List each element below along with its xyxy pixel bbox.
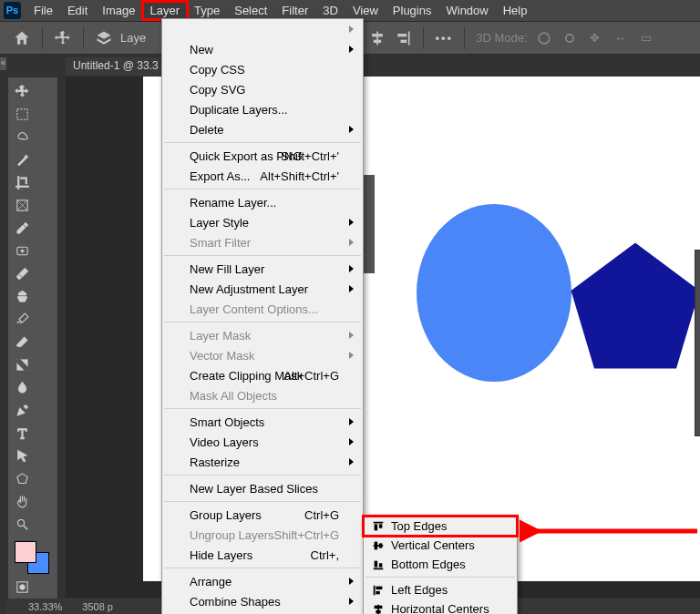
- menuitem-new-fill-layer[interactable]: New Fill Layer: [162, 259, 363, 279]
- menu-image[interactable]: Image: [95, 2, 142, 19]
- menuitem-new-adjustment-layer[interactable]: New Adjustment Layer: [162, 279, 363, 299]
- svg-rect-22: [375, 524, 378, 530]
- menu-help[interactable]: Help: [496, 2, 535, 19]
- svg-rect-23: [379, 524, 383, 527]
- menu-view[interactable]: View: [345, 2, 386, 19]
- zoom-level[interactable]: 33.33%: [28, 601, 62, 612]
- 3d-mode-label: 3D Mode:: [476, 31, 527, 45]
- menuitem-hide-layers[interactable]: Hide LayersCtrl+,: [162, 545, 363, 565]
- healing-brush-tool[interactable]: [11, 240, 34, 262]
- menu-edit[interactable]: Edit: [60, 2, 95, 19]
- align-top-edges[interactable]: Top Edges: [364, 517, 517, 536]
- menu-3d[interactable]: 3D: [315, 2, 345, 19]
- menuitem-blank: [162, 19, 363, 39]
- layers-dropdown-label[interactable]: Laye: [120, 31, 146, 45]
- align-right-icon[interactable]: [394, 29, 412, 47]
- menuitem-duplicate-layers-[interactable]: Duplicate Layers...: [162, 99, 363, 119]
- svg-point-18: [20, 585, 26, 590]
- svg-point-10: [565, 34, 572, 41]
- marquee-tool[interactable]: [11, 103, 34, 126]
- foreground-color-swatch[interactable]: [15, 541, 36, 563]
- menuitem-layer-style[interactable]: Layer Style: [162, 212, 363, 232]
- svg-rect-3: [376, 31, 378, 45]
- type-tool[interactable]: [11, 422, 34, 445]
- menuitem-layer-mask: Layer Mask: [162, 325, 363, 345]
- 3d-pan-icon: ✥: [586, 29, 604, 47]
- clone-stamp-tool[interactable]: [11, 285, 34, 308]
- menu-file[interactable]: File: [26, 2, 60, 19]
- svg-marker-15: [17, 474, 27, 484]
- svg-rect-30: [374, 585, 376, 595]
- path-selection-tool[interactable]: [11, 445, 34, 467]
- frame-tool[interactable]: [11, 194, 34, 217]
- magic-wand-tool[interactable]: [11, 148, 34, 171]
- quickmask-toggle[interactable]: [11, 576, 34, 599]
- menuitem-delete[interactable]: Delete: [162, 119, 363, 139]
- 3d-zoom-icon: ▭: [637, 29, 655, 47]
- document-tab[interactable]: Untitled-1 @ 33.3: [66, 57, 166, 76]
- menuitem-smart-filter: Smart Filter: [162, 232, 363, 252]
- history-brush-tool[interactable]: [11, 308, 34, 331]
- layer-menu-dropdown: NewCopy CSSCopy SVGDuplicate Layers...De…: [161, 18, 364, 614]
- svg-rect-25: [375, 541, 378, 549]
- menuitem-layer-content-options-: Layer Content Options...: [162, 299, 363, 319]
- svg-rect-32: [376, 590, 379, 594]
- shape-tool[interactable]: [11, 467, 34, 490]
- menuitem-smart-objects[interactable]: Smart Objects: [162, 412, 363, 432]
- menuitem-quick-export-as-png[interactable]: Quick Export as PNGShift+Ctrl+': [162, 146, 363, 166]
- svg-rect-7: [397, 34, 407, 36]
- 3d-slide-icon: ↔: [612, 29, 630, 47]
- align-bottom-edges[interactable]: Bottom Edges: [364, 555, 517, 574]
- pen-tool[interactable]: [11, 399, 34, 422]
- gradient-tool[interactable]: [11, 353, 34, 376]
- menu-window[interactable]: Window: [438, 2, 495, 19]
- ellipse-shape[interactable]: [417, 204, 571, 382]
- hand-tool[interactable]: [11, 490, 34, 513]
- layers-panel-icon[interactable]: [95, 29, 113, 47]
- scrollbar[interactable]: [695, 250, 700, 436]
- dodge-tool[interactable]: [11, 513, 34, 536]
- align-horizontal-centers[interactable]: Horizontal Centers: [364, 599, 517, 614]
- home-icon[interactable]: [13, 29, 31, 47]
- menu-plugins[interactable]: Plugins: [386, 2, 439, 19]
- menu-type[interactable]: Type: [187, 2, 227, 19]
- menuitem-mask-all-objects: Mask All Objects: [162, 385, 363, 405]
- menuitem-export-as-[interactable]: Export As...Alt+Shift+Ctrl+': [162, 166, 363, 186]
- menuitem-create-clipping-mask[interactable]: Create Clipping MaskAlt+Ctrl+G: [162, 365, 363, 385]
- document-tab-bar: Untitled-1 @ 33.3: [66, 57, 166, 76]
- menu-select[interactable]: Select: [227, 2, 274, 19]
- align-vertical-centers[interactable]: Vertical Centers: [364, 536, 517, 555]
- color-swatches[interactable]: [11, 539, 55, 576]
- menuitem-video-layers[interactable]: Video Layers: [162, 432, 363, 452]
- crop-tool[interactable]: [11, 171, 34, 194]
- menuitem-group-layers[interactable]: Group LayersCtrl+G: [162, 505, 363, 525]
- lasso-tool[interactable]: [11, 126, 34, 148]
- panel-collapse-strip[interactable]: «: [0, 57, 6, 70]
- move-tool-icon[interactable]: [54, 29, 72, 47]
- menuitem-arrange[interactable]: Arrange: [162, 571, 363, 591]
- brush-tool[interactable]: [11, 262, 34, 285]
- align-left-edges[interactable]: Left Edges: [364, 580, 517, 599]
- menuitem-new-layer-based-slices[interactable]: New Layer Based Slices: [162, 478, 363, 498]
- menu-filter[interactable]: Filter: [274, 2, 315, 19]
- move-tool[interactable]: [11, 80, 34, 103]
- pentagon-shape[interactable]: [567, 239, 700, 375]
- menuitem-new[interactable]: New: [162, 39, 363, 59]
- menuitem-copy-svg[interactable]: Copy SVG: [162, 79, 363, 99]
- svg-rect-28: [375, 560, 378, 567]
- svg-rect-31: [376, 586, 382, 589]
- svg-rect-6: [408, 31, 410, 45]
- svg-rect-8: [401, 39, 407, 42]
- menu-layer[interactable]: Layer: [143, 2, 188, 19]
- svg-rect-35: [376, 609, 380, 613]
- menuitem-rename-layer-[interactable]: Rename Layer...: [162, 192, 363, 212]
- menuitem-rasterize[interactable]: Rasterize: [162, 452, 363, 472]
- align-hcenter-icon[interactable]: [368, 29, 386, 47]
- menuitem-copy-css[interactable]: Copy CSS: [162, 59, 363, 79]
- eyedropper-tool[interactable]: [11, 217, 34, 240]
- menuitem-combine-shapes[interactable]: Combine Shapes: [162, 591, 363, 611]
- document-dims: 3508 p: [82, 601, 113, 612]
- eraser-tool[interactable]: [11, 331, 34, 353]
- more-options-icon[interactable]: •••: [435, 29, 453, 47]
- blur-tool[interactable]: [11, 376, 34, 399]
